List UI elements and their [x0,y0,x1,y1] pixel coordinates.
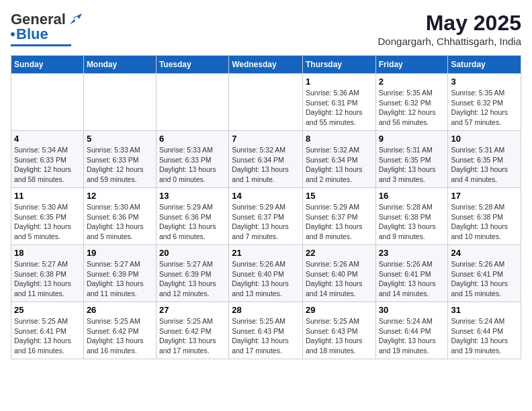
day-number: 12 [87,191,153,201]
calendar-cell: 21Sunrise: 5:26 AM Sunset: 6:40 PM Dayli… [229,245,303,302]
day-info: Sunrise: 5:30 AM Sunset: 6:36 PM Dayligh… [87,202,153,242]
day-number: 19 [87,248,153,258]
day-number: 2 [379,77,445,87]
day-info: Sunrise: 5:26 AM Sunset: 6:40 PM Dayligh… [306,259,373,299]
calendar-cell: 2Sunrise: 5:35 AM Sunset: 6:32 PM Daylig… [375,74,448,131]
calendar-cell: 23Sunrise: 5:26 AM Sunset: 6:41 PM Dayli… [375,245,448,302]
calendar-cell: 8Sunrise: 5:32 AM Sunset: 6:34 PM Daylig… [302,131,375,188]
calendar-cell: 29Sunrise: 5:25 AM Sunset: 6:43 PM Dayli… [302,302,375,359]
day-info: Sunrise: 5:35 AM Sunset: 6:32 PM Dayligh… [379,88,445,128]
day-info: Sunrise: 5:25 AM Sunset: 6:42 PM Dayligh… [87,316,153,356]
day-of-week-friday: Friday [375,56,448,74]
week-row-5: 25Sunrise: 5:25 AM Sunset: 6:41 PM Dayli… [11,302,521,359]
calendar-cell [11,74,84,131]
day-info: Sunrise: 5:27 AM Sunset: 6:39 PM Dayligh… [159,259,226,299]
day-number: 21 [232,248,300,258]
day-info: Sunrise: 5:34 AM Sunset: 6:33 PM Dayligh… [14,145,81,185]
calendar-cell: 12Sunrise: 5:30 AM Sunset: 6:36 PM Dayli… [83,188,156,245]
day-of-week-tuesday: Tuesday [156,56,228,74]
day-number: 13 [159,191,226,201]
calendar-cell [156,74,228,131]
day-number: 4 [14,134,81,144]
day-info: Sunrise: 5:25 AM Sunset: 6:43 PM Dayligh… [232,316,300,356]
week-row-1: 1Sunrise: 5:36 AM Sunset: 6:31 PM Daylig… [11,74,521,131]
day-number: 8 [306,134,373,144]
calendar-cell: 9Sunrise: 5:31 AM Sunset: 6:35 PM Daylig… [375,131,448,188]
day-number: 30 [379,305,445,315]
calendar-cell: 19Sunrise: 5:27 AM Sunset: 6:39 PM Dayli… [83,245,156,302]
calendar-cell: 6Sunrise: 5:33 AM Sunset: 6:33 PM Daylig… [156,131,228,188]
day-number: 18 [14,248,81,258]
day-info: Sunrise: 5:35 AM Sunset: 6:32 PM Dayligh… [451,88,518,128]
day-of-week-thursday: Thursday [302,56,375,74]
day-of-week-saturday: Saturday [448,56,521,74]
day-info: Sunrise: 5:27 AM Sunset: 6:38 PM Dayligh… [14,259,81,299]
day-number: 22 [306,248,373,258]
day-info: Sunrise: 5:24 AM Sunset: 6:44 PM Dayligh… [379,316,445,356]
calendar-cell: 26Sunrise: 5:25 AM Sunset: 6:42 PM Dayli… [83,302,156,359]
day-number: 16 [379,191,445,201]
calendar-cell: 1Sunrise: 5:36 AM Sunset: 6:31 PM Daylig… [302,74,375,131]
calendar-cell: 3Sunrise: 5:35 AM Sunset: 6:32 PM Daylig… [448,74,521,131]
calendar-table: SundayMondayTuesdayWednesdayThursdayFrid… [11,55,521,359]
logo: General Blue [11,11,82,46]
day-info: Sunrise: 5:26 AM Sunset: 6:41 PM Dayligh… [379,259,445,299]
day-number: 23 [379,248,445,258]
day-number: 11 [14,191,81,201]
calendar-cell: 10Sunrise: 5:31 AM Sunset: 6:35 PM Dayli… [448,131,521,188]
calendar-cell: 7Sunrise: 5:32 AM Sunset: 6:34 PM Daylig… [229,131,303,188]
day-of-week-monday: Monday [83,56,156,74]
day-number: 5 [87,134,153,144]
day-number: 6 [159,134,226,144]
day-number: 1 [306,77,373,87]
calendar-cell: 13Sunrise: 5:29 AM Sunset: 6:36 PM Dayli… [156,188,228,245]
month-title: May 2025 [378,11,521,36]
day-info: Sunrise: 5:25 AM Sunset: 6:42 PM Dayligh… [159,316,226,356]
days-of-week-row: SundayMondayTuesdayWednesdayThursdayFrid… [11,56,521,74]
day-info: Sunrise: 5:29 AM Sunset: 6:36 PM Dayligh… [159,202,226,242]
day-info: Sunrise: 5:24 AM Sunset: 6:44 PM Dayligh… [451,316,518,356]
day-number: 15 [306,191,373,201]
calendar-cell: 17Sunrise: 5:28 AM Sunset: 6:38 PM Dayli… [448,188,521,245]
calendar-cell: 5Sunrise: 5:33 AM Sunset: 6:33 PM Daylig… [83,131,156,188]
day-number: 29 [306,305,373,315]
day-info: Sunrise: 5:32 AM Sunset: 6:34 PM Dayligh… [232,145,300,185]
calendar-cell: 20Sunrise: 5:27 AM Sunset: 6:39 PM Dayli… [156,245,228,302]
day-info: Sunrise: 5:29 AM Sunset: 6:37 PM Dayligh… [232,202,300,242]
title-block: May 2025 Dongargarh, Chhattisgarh, India [378,11,521,47]
day-info: Sunrise: 5:31 AM Sunset: 6:35 PM Dayligh… [451,145,518,185]
svg-marker-0 [70,13,82,24]
day-info: Sunrise: 5:25 AM Sunset: 6:41 PM Dayligh… [14,316,81,356]
day-info: Sunrise: 5:28 AM Sunset: 6:38 PM Dayligh… [379,202,445,242]
day-number: 26 [87,305,153,315]
week-row-3: 11Sunrise: 5:30 AM Sunset: 6:35 PM Dayli… [11,188,521,245]
calendar-cell: 15Sunrise: 5:29 AM Sunset: 6:37 PM Dayli… [302,188,375,245]
day-info: Sunrise: 5:26 AM Sunset: 6:40 PM Dayligh… [232,259,300,299]
calendar-cell: 28Sunrise: 5:25 AM Sunset: 6:43 PM Dayli… [229,302,303,359]
day-of-week-wednesday: Wednesday [229,56,303,74]
day-number: 10 [451,134,518,144]
calendar-cell: 14Sunrise: 5:29 AM Sunset: 6:37 PM Dayli… [229,188,303,245]
calendar-cell: 4Sunrise: 5:34 AM Sunset: 6:33 PM Daylig… [11,131,84,188]
day-info: Sunrise: 5:33 AM Sunset: 6:33 PM Dayligh… [159,145,226,185]
logo-blue-text: Blue [16,26,48,43]
day-info: Sunrise: 5:36 AM Sunset: 6:31 PM Dayligh… [306,88,373,128]
day-info: Sunrise: 5:33 AM Sunset: 6:33 PM Dayligh… [87,145,153,185]
day-info: Sunrise: 5:31 AM Sunset: 6:35 PM Dayligh… [379,145,445,185]
calendar-cell [229,74,303,131]
day-number: 24 [451,248,518,258]
day-info: Sunrise: 5:27 AM Sunset: 6:39 PM Dayligh… [87,259,153,299]
day-info: Sunrise: 5:29 AM Sunset: 6:37 PM Dayligh… [306,202,373,242]
day-number: 3 [451,77,518,87]
day-number: 27 [159,305,226,315]
day-info: Sunrise: 5:25 AM Sunset: 6:43 PM Dayligh… [306,316,373,356]
calendar-cell: 27Sunrise: 5:25 AM Sunset: 6:42 PM Dayli… [156,302,228,359]
calendar-body: 1Sunrise: 5:36 AM Sunset: 6:31 PM Daylig… [11,74,521,359]
calendar-cell: 22Sunrise: 5:26 AM Sunset: 6:40 PM Dayli… [302,245,375,302]
calendar-cell: 18Sunrise: 5:27 AM Sunset: 6:38 PM Dayli… [11,245,84,302]
calendar-cell: 24Sunrise: 5:26 AM Sunset: 6:41 PM Dayli… [448,245,521,302]
day-info: Sunrise: 5:32 AM Sunset: 6:34 PM Dayligh… [306,145,373,185]
day-info: Sunrise: 5:28 AM Sunset: 6:38 PM Dayligh… [451,202,518,242]
day-number: 9 [379,134,445,144]
day-number: 14 [232,191,300,201]
